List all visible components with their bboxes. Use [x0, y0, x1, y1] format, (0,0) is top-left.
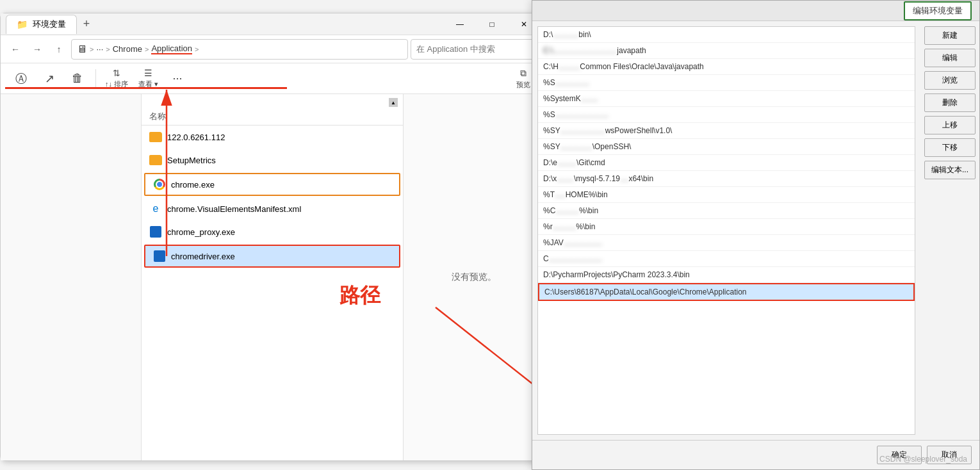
list-item[interactable]: SetupMetrics [142, 149, 403, 172]
delete-button[interactable]: 🗑 [65, 66, 90, 92]
xml-icon: e [149, 202, 162, 215]
breadcrumb-root: 🖥 [77, 44, 87, 55]
file-name: 122.0.6261.112 [167, 133, 225, 142]
exe-icon [153, 250, 166, 263]
file-name: chrome_proxy.exe [167, 227, 235, 237]
exe-icon [149, 225, 162, 238]
forward-button[interactable]: → [28, 40, 47, 59]
share-button[interactable]: ↗ [37, 66, 62, 92]
env-item[interactable]: %SystemK........ [538, 91, 915, 107]
breadcrumb[interactable]: 🖥 > ··· > Chrome > Application > [71, 39, 408, 60]
trash-icon: 🗑 [72, 72, 83, 85]
list-item[interactable]: e chrome.VisualElementsManifest.xml [142, 197, 403, 220]
env-list[interactable]: D:\............bin\ C:\.................… [537, 26, 915, 435]
tab-bar: 📁 环境变量 + — □ ✕ [1, 13, 544, 35]
tab-item[interactable]: 📁 环境变量 [6, 15, 77, 34]
explorer-window: 📁 环境变量 + — □ ✕ ← → ↑ 🖥 > ··· > Chrome > … [0, 13, 544, 461]
column-header: 名称 [142, 108, 403, 126]
file-name: chromedriver.exe [171, 252, 235, 261]
env-item-highlighted[interactable]: C:\Users\86187\AppData\Local\Google\Chro… [538, 283, 915, 301]
rename-button[interactable]: Ⓐ [8, 66, 34, 92]
up-button[interactable]: ↑ [49, 40, 69, 59]
separator [95, 69, 96, 88]
browse-button[interactable]: 浏览 [924, 71, 976, 90]
chromedriver-exe-item[interactable]: chromedriver.exe [144, 245, 400, 268]
env-item[interactable]: D:\PycharmProjects\PyCharm 2023.3.4\bin [538, 267, 915, 283]
sort-button[interactable]: ⇅ ↑↓ 排序 [101, 66, 132, 92]
back-button[interactable]: ← [6, 40, 25, 59]
view-icon: ☰ [144, 68, 152, 78]
env-item[interactable]: %SY.....................wsPowerShell\v1.… [538, 123, 915, 139]
file-list: ▲ 名称 122.0.6261.112 SetupMetrics [142, 94, 403, 460]
maximize-button[interactable]: □ [477, 15, 507, 34]
share-icon: ↗ [45, 72, 54, 86]
preview-label: 预览 [516, 80, 530, 90]
env-item[interactable]: D:\x........\mysql-5.7.19....x64\bin [538, 171, 915, 187]
view-button[interactable]: ☰ 查看 ▾ [135, 66, 162, 92]
preview-icon: ⧉ [520, 68, 527, 79]
folder-icon [149, 154, 162, 166]
name-column-header: 名称 [149, 111, 166, 122]
edit-env-button[interactable]: 编辑环境变量 [904, 1, 972, 20]
env-item[interactable]: D:\e.........\Git\cmd [538, 155, 915, 171]
chrome-icon [153, 178, 166, 191]
sort-label: ↑↓ 排序 [105, 79, 128, 89]
edit-env-item-button[interactable]: 编辑 [924, 49, 976, 67]
sidebar [1, 94, 142, 460]
env-item[interactable]: C:\..............................javapat… [538, 43, 915, 59]
search-input[interactable] [411, 39, 539, 60]
move-up-button[interactable]: 上移 [924, 116, 976, 134]
env-item[interactable]: %S................ [538, 75, 915, 91]
new-env-button[interactable]: 新建 [924, 26, 976, 45]
watermark: CSDN @sleeplover_soda [879, 455, 967, 464]
list-item[interactable]: chrome_proxy.exe [142, 220, 403, 243]
breadcrumb-chrome[interactable]: Chrome [113, 44, 142, 54]
view-label: 查看 ▾ [138, 79, 158, 89]
edit-text-button[interactable]: 编辑文本... [924, 161, 976, 179]
no-preview-text: 没有预览。 [452, 271, 496, 283]
new-tab-button[interactable]: + [77, 15, 96, 34]
env-item[interactable]: %C...........%\bin [538, 203, 915, 219]
env-content: D:\............bin\ C:\.................… [532, 21, 979, 440]
delete-env-button[interactable]: 删除 [924, 93, 976, 112]
breadcrumb-application[interactable]: Application [151, 44, 192, 54]
preview-panel: 没有预览。 [403, 94, 544, 460]
env-item[interactable]: C:\H..........Common Files\Oracle\Java\j… [538, 59, 915, 75]
list-item[interactable]: 122.0.6261.112 [142, 126, 403, 149]
tab-icon: 📁 [17, 19, 28, 29]
env-item[interactable]: C......................... [538, 251, 915, 267]
window-controls: — □ ✕ [445, 15, 539, 34]
env-item[interactable]: %JAV.................. [538, 235, 915, 251]
more-button[interactable]: ··· [165, 66, 190, 92]
env-title-bar: placeholder 编辑环境变量 [532, 1, 979, 21]
move-down-button[interactable]: 下移 [924, 138, 976, 157]
address-bar: ← → ↑ 🖥 > ··· > Chrome > Application > [1, 35, 544, 63]
rename-icon: Ⓐ [15, 71, 27, 86]
scroll-up-button[interactable]: ▲ [389, 98, 398, 107]
minimize-button[interactable]: — [445, 15, 475, 34]
folder-icon [149, 131, 162, 143]
file-name: SetupMetrics [167, 156, 216, 165]
more-icon: ··· [173, 72, 183, 85]
file-name: chrome.VisualElementsManifest.xml [167, 204, 301, 214]
file-name: chrome.exe [171, 180, 215, 190]
env-item[interactable]: D:\............bin\ [538, 27, 915, 43]
env-item[interactable]: %r...........%\bin [538, 219, 915, 235]
env-item[interactable]: %S......................... [538, 107, 915, 123]
toolbar: Ⓐ ↗ 🗑 ⇅ ↑↓ 排序 ☰ 查看 ▾ ··· ⧉ 预览 [1, 63, 544, 94]
tab-label: 环境变量 [33, 19, 66, 30]
chrome-exe-item[interactable]: chrome.exe [144, 173, 400, 196]
content-area: ▲ 名称 122.0.6261.112 SetupMetrics [1, 94, 544, 460]
sort-icon: ⇅ [113, 68, 120, 78]
env-dialog: placeholder 编辑环境变量 D:\............bin\ C… [532, 0, 980, 470]
env-item[interactable]: %T.....HOME%\bin [538, 187, 915, 203]
env-item[interactable]: %SY...............\OpenSSH\ [538, 139, 915, 155]
env-action-buttons: 新建 编辑 浏览 删除 上移 下移 编辑文本... [920, 21, 979, 440]
breadcrumb-more[interactable]: ··· [96, 44, 103, 54]
